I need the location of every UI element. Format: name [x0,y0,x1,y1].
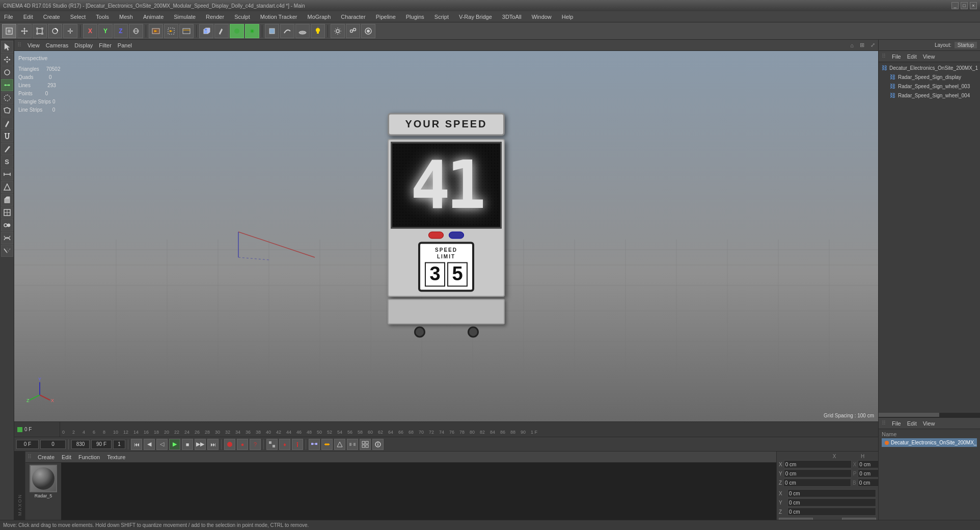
menu-window[interactable]: Window [530,13,554,21]
tool-magnet[interactable] [1,130,13,142]
coord-x-pos[interactable] [784,460,852,468]
attr-edit[interactable]: Edit [907,420,917,427]
toolbar-z-constraint[interactable]: Z [114,24,128,38]
toolbar-scale[interactable] [33,24,47,38]
tool-move2[interactable] [1,54,13,66]
toolbar-move[interactable] [17,24,32,38]
toolbar-camera[interactable] [245,24,259,38]
menu-mograph[interactable]: MoGraph [305,13,333,21]
obj-item-3[interactable]: ⛓ Radar_Speed_Sign_wheel_004 [880,91,979,100]
rpanel-file[interactable]: File [892,54,901,60]
vp-icon-frame[interactable]: ⊞ [860,42,864,48]
vp-menu-filter[interactable]: Filter [99,42,111,48]
pb-timeline-opt2[interactable] [334,439,345,450]
pb-onion[interactable] [347,439,358,450]
tool-morph[interactable] [1,219,13,231]
toolbar-y-constraint[interactable]: Y [98,24,113,38]
pb-go-end[interactable]: ⏭ [207,439,219,450]
pb-record-auto[interactable]: ● [237,439,248,450]
menu-create[interactable]: Create [41,13,62,21]
coord-size-x[interactable] [787,489,876,497]
toolbar-spline[interactable] [280,24,294,38]
ctrl-btn-red[interactable] [428,231,444,238]
tool-measure[interactable] [1,168,13,180]
frame-input[interactable] [16,440,39,449]
toolbar-rotate[interactable] [48,24,62,38]
pb-record-help[interactable]: ? [250,439,261,450]
toolbar-light[interactable] [311,24,325,38]
menu-sculpt[interactable]: Sculpt [232,13,252,21]
vp-menu-cameras[interactable]: Cameras [46,42,69,48]
tool-s[interactable]: S [1,155,13,168]
menu-plugins[interactable]: Plugins [404,13,426,21]
toolbar-x-constraint[interactable]: X [83,24,97,38]
menu-render[interactable]: Render [204,13,226,21]
fps-value[interactable] [91,440,112,449]
menu-simulate[interactable]: Simulate [172,13,198,21]
menu-3dtoall[interactable]: 3DToAll [500,13,524,21]
attr-file[interactable]: File [892,420,901,427]
maximize-button[interactable]: □ [961,2,968,9]
pb-info2[interactable] [372,439,384,450]
scrollbar-thumb[interactable] [879,413,939,417]
menu-character[interactable]: Character [339,13,367,21]
ctrl-btn-blue[interactable] [449,231,464,238]
pb-go-start[interactable]: ⏮ [131,439,142,450]
obj-item-1[interactable]: ⛓ Radar_Speed_Sign_display [880,72,979,82]
obj-item-2[interactable]: ⛓ Radar_Speed_Sign_wheel_003 [880,82,979,91]
coord-z-pos[interactable] [783,479,851,487]
coord-size-z[interactable] [787,508,876,516]
vp-icon-home[interactable]: ⌂ [850,42,854,48]
tool-rotate2[interactable] [1,66,13,78]
tool-knife[interactable] [1,143,13,155]
pb-keyframe-record[interactable] [224,439,235,450]
tab-function[interactable]: Function [75,453,103,461]
pb-sync[interactable] [266,439,278,450]
pb-play-back[interactable]: ◁ [156,439,168,450]
coord-y-pos[interactable] [784,469,852,478]
menu-tools[interactable]: Tools [94,13,111,21]
toolbar-bend[interactable] [265,24,279,38]
menu-file[interactable]: File [2,13,15,21]
tab-edit[interactable]: Edit [59,453,74,461]
menu-select[interactable]: Select [68,13,88,21]
close-button[interactable]: × [970,2,977,9]
menu-script[interactable]: Script [432,13,451,21]
tab-create[interactable]: Create [35,453,58,461]
coord-size-y[interactable] [787,498,876,507]
rpanel-edit[interactable]: Edit [907,54,917,60]
tool-scale2[interactable] [1,79,13,91]
tool-lasso[interactable] [1,92,13,104]
toolbar-settings1[interactable] [331,24,345,38]
toolbar-sculpt-tool[interactable] [230,24,244,38]
menu-help[interactable]: Help [560,13,576,21]
pb-timeline-opt1[interactable] [321,439,333,450]
pb-play[interactable]: ▶ [169,439,180,450]
pb-stop[interactable]: ■ [182,439,193,450]
toolbar-paint[interactable] [214,24,229,38]
viewport-area[interactable]: Perspective Triangles 70502 Quads 0 Line… [14,51,878,421]
menu-edit[interactable]: Edit [21,13,35,21]
toolbar-transform[interactable]: ✛ [63,24,77,38]
frame-cursor[interactable] [40,440,66,449]
menu-vray[interactable]: V-Ray Bridge [457,13,494,21]
toolbar-settings2[interactable] [346,24,360,38]
toolbar-worldcoord[interactable] [129,24,143,38]
tool-subdivide[interactable] [1,206,13,219]
tool-twist[interactable] [1,232,13,244]
toolbar-render-region[interactable] [164,24,178,38]
toolbar-render-settings[interactable] [179,24,194,38]
pb-grid-toggle[interactable] [360,439,371,450]
selected-obj-row[interactable]: Decatur_Electronics_OnSite_200MX_ [882,438,977,447]
pb-info[interactable] [292,439,303,450]
menu-motiontracker[interactable]: Motion Tracker [258,13,300,21]
vp-icon-expand[interactable]: ⤢ [870,42,875,48]
attr-view[interactable]: View [923,420,935,427]
rpanel-scrollbar[interactable] [879,413,980,417]
tool-paint2[interactable] [1,117,13,129]
obj-item-0[interactable]: ⛓ Decatur_Electronics_OnSite_200MX_1 [880,63,979,72]
pb-motion-path[interactable] [309,439,320,450]
layout-selector[interactable]: Startup [955,42,977,48]
track-area[interactable] [61,463,776,520]
toolbar-cube[interactable] [199,24,213,38]
